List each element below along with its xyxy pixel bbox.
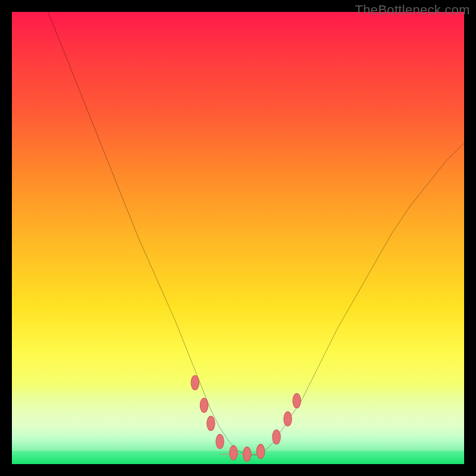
curve-marker <box>230 446 237 460</box>
curve-marker <box>284 412 292 426</box>
curve-marker <box>256 444 264 459</box>
curve-markers <box>191 375 300 461</box>
chart-frame: TheBottleneck.com <box>0 0 476 476</box>
curve-marker <box>293 393 300 408</box>
curve-marker <box>243 447 251 461</box>
chart-plot-area <box>12 12 464 464</box>
curve-marker <box>191 375 199 390</box>
curve-marker <box>207 416 215 430</box>
bottleneck-curve-svg <box>12 12 464 464</box>
watermark-text: TheBottleneck.com <box>355 2 470 18</box>
curve-marker <box>216 434 224 449</box>
bottleneck-curve-path <box>48 12 464 455</box>
curve-marker <box>200 398 208 412</box>
curve-marker <box>273 430 280 444</box>
